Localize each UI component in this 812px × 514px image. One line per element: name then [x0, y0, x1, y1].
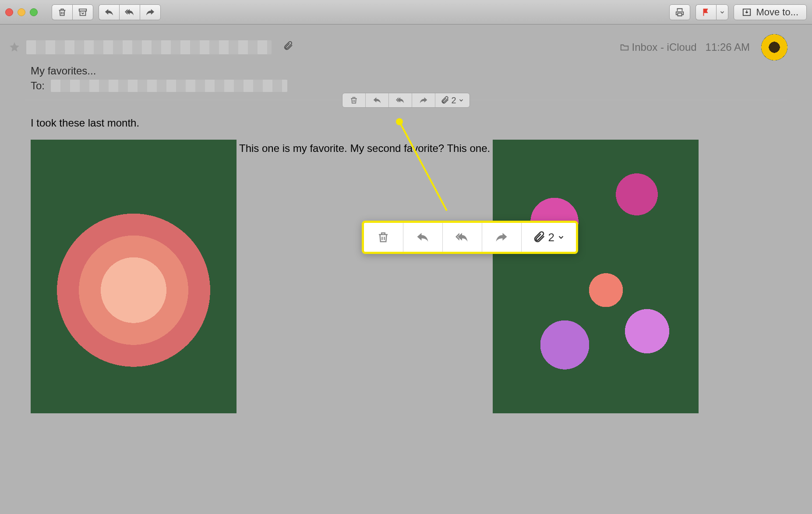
to-label: To: [31, 80, 45, 92]
message-pane: Inbox - iCloud 11:26 AM My favorites... … [0, 25, 812, 413]
forward-icon [495, 231, 508, 244]
forward-icon [419, 96, 428, 105]
maximize-window-button[interactable] [30, 8, 38, 16]
sender-row: Inbox - iCloud 11:26 AM [25, 34, 787, 60]
inline-attachment-count: 2 [451, 95, 456, 106]
paperclip-icon [533, 231, 546, 244]
recipient-redacted [51, 80, 287, 92]
flag-button[interactable] [695, 4, 716, 20]
message-meta: Inbox - iCloud 11:26 AM [620, 34, 787, 60]
trash-icon [57, 7, 67, 17]
flag-group [695, 4, 728, 20]
folder-icon [620, 42, 629, 52]
sender-redacted [26, 40, 272, 54]
inline-reply-button[interactable] [366, 93, 389, 107]
reply-icon [416, 231, 429, 244]
reply-all-icon [455, 231, 469, 244]
inline-action-bar: 2 [342, 93, 470, 108]
flag-icon [701, 7, 711, 17]
callout-forward-button[interactable] [482, 223, 522, 252]
print-button[interactable] [669, 4, 690, 20]
move-to-button[interactable]: Move to... [734, 4, 807, 20]
trash-icon [377, 231, 390, 244]
paperclip-icon [441, 96, 449, 105]
inline-delete-button[interactable] [342, 93, 366, 107]
body-mid-text: This one is my favorite. My second favor… [239, 140, 490, 155]
forward-button[interactable] [140, 4, 161, 20]
reply-forward-group [99, 4, 161, 20]
callout-attachment-count: 2 [548, 231, 554, 244]
mailbox-label: Inbox - iCloud [620, 41, 697, 53]
delete-button[interactable] [52, 4, 72, 20]
message-time: 11:26 AM [706, 41, 750, 53]
archive-icon [78, 7, 88, 17]
inline-attachments-button[interactable]: 2 [435, 93, 470, 107]
callout-delete-button[interactable] [364, 223, 403, 252]
reply-all-button[interactable] [119, 4, 140, 20]
callout-reply-button[interactable] [403, 223, 443, 252]
reply-button[interactable] [99, 4, 119, 20]
to-row: To: [31, 80, 787, 92]
chevron-down-icon [719, 9, 725, 15]
body-line-1: I took these last month. [31, 117, 787, 129]
close-window-button[interactable] [5, 8, 13, 16]
sender-avatar [761, 34, 787, 60]
callout-reply-all-button[interactable] [443, 223, 482, 252]
attached-image-1[interactable] [31, 140, 237, 413]
window-titlebar: Move to... [0, 0, 812, 25]
body-images-row: This one is my favorite. My second favor… [31, 140, 787, 413]
archive-button[interactable] [72, 4, 93, 20]
minimize-window-button[interactable] [18, 8, 25, 16]
subject-line: My favorites... [31, 65, 787, 77]
print-icon [675, 7, 685, 17]
traffic-lights [5, 8, 38, 16]
chevron-down-icon [557, 233, 565, 241]
inline-forward-button[interactable] [412, 93, 435, 107]
forward-icon [145, 7, 155, 17]
move-to-icon [742, 7, 752, 17]
attachment-indicator-icon [283, 41, 293, 54]
star-icon[interactable] [9, 41, 20, 56]
move-to-label: Move to... [756, 7, 798, 18]
flag-menu-button[interactable] [716, 4, 728, 20]
inline-reply-all-button[interactable] [389, 93, 412, 107]
trash-icon [350, 96, 358, 105]
attached-image-2[interactable] [493, 140, 699, 413]
header-divider: 2 [25, 100, 787, 100]
reply-all-icon [125, 7, 134, 17]
reply-all-icon [396, 96, 405, 105]
annotation-callout: 2 [362, 221, 578, 254]
delete-archive-group [52, 4, 93, 20]
reply-icon [104, 7, 114, 17]
reply-icon [373, 96, 381, 105]
chevron-down-icon [458, 97, 464, 103]
callout-attachments-button[interactable]: 2 [522, 223, 576, 252]
